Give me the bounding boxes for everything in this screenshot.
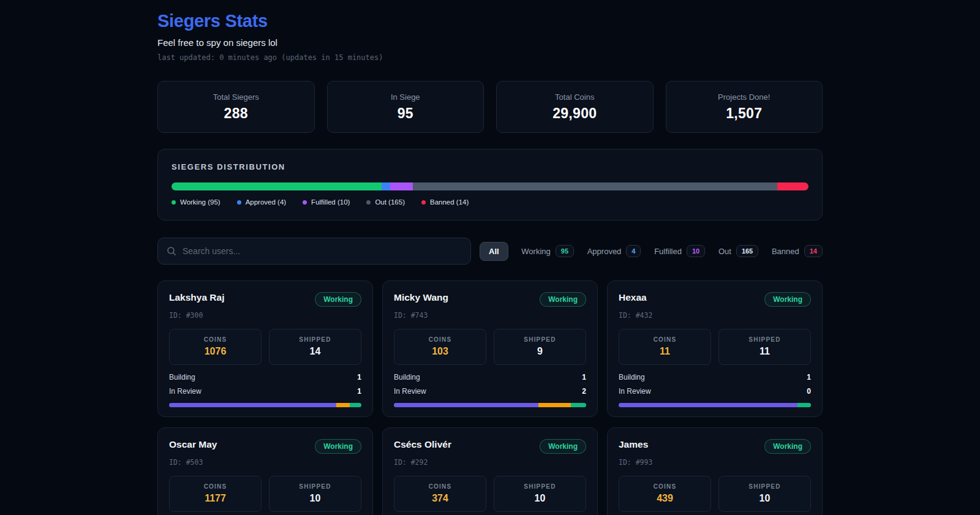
stat-label: Projects Done! — [718, 92, 770, 102]
shipped-value: 10 — [724, 493, 805, 504]
shipped-value: 9 — [499, 346, 581, 357]
building-label: Building — [619, 373, 645, 382]
shipped-box: SHIPPED 9 — [494, 329, 586, 365]
filter-row: All Working 95 Approved 4 Fulfilled 10 O… — [157, 238, 823, 265]
coins-box: COINS 1177 — [169, 476, 262, 512]
stat-card-total-coins: Total Coins 29,900 — [496, 81, 654, 133]
coins-box: COINS 374 — [394, 476, 486, 512]
user-id: ID: #743 — [394, 311, 586, 320]
tab-banned[interactable]: Banned 14 — [772, 245, 823, 257]
coins-label: COINS — [399, 483, 481, 490]
tab-count: 165 — [736, 245, 758, 257]
shipped-label: SHIPPED — [724, 336, 805, 343]
tab-count: 14 — [804, 245, 823, 257]
user-id: ID: #292 — [394, 458, 586, 467]
tab-approved[interactable]: Approved 4 — [587, 245, 641, 257]
building-value: 1 — [357, 373, 361, 382]
building-row: Building 1 — [619, 373, 811, 382]
user-card: Oscar May Working ID: #503 COINS 1177 SH… — [157, 427, 373, 515]
legend-dot — [421, 200, 426, 205]
stat-value: 95 — [398, 105, 413, 122]
coins-value: 439 — [624, 493, 706, 504]
stat-label: In Siege — [391, 92, 420, 102]
user-name: Micky Wang — [394, 292, 448, 303]
tab-working[interactable]: Working 95 — [521, 245, 574, 257]
stat-card-in-siege: In Siege 95 — [327, 81, 484, 133]
stats-row: Total Siegers 288 In Siege 95 Total Coin… — [157, 81, 823, 133]
legend-label: Out (165) — [375, 198, 405, 206]
stat-card-projects-done: Projects Done! 1,507 — [666, 81, 823, 133]
shipped-label: SHIPPED — [724, 483, 805, 490]
user-name: Csécs Olivér — [394, 439, 451, 450]
coins-label: COINS — [624, 336, 706, 343]
review-label: In Review — [619, 387, 651, 396]
building-label: Building — [169, 373, 195, 382]
status-badge: Working — [315, 292, 361, 307]
filter-tabs: All Working 95 Approved 4 Fulfilled 10 O… — [480, 242, 823, 261]
legend-item-working: Working (95) — [172, 198, 221, 206]
user-progress-bar — [394, 403, 586, 407]
shipped-box: SHIPPED 10 — [718, 476, 811, 512]
coins-label: COINS — [399, 336, 481, 343]
tab-count: 95 — [556, 245, 574, 257]
coins-label: COINS — [624, 483, 706, 490]
tab-label: Banned — [772, 247, 799, 256]
review-value: 0 — [807, 387, 811, 396]
review-label: In Review — [169, 387, 202, 396]
user-id: ID: #993 — [619, 458, 811, 467]
legend-item-approved: Approved (4) — [237, 198, 286, 206]
tab-all[interactable]: All — [480, 242, 508, 261]
coins-label: COINS — [175, 336, 256, 343]
shipped-label: SHIPPED — [274, 483, 356, 490]
tab-label: Fulfilled — [654, 247, 682, 256]
user-card: James Working ID: #993 COINS 439 SHIPPED… — [607, 427, 823, 515]
user-name: Oscar May — [169, 439, 217, 450]
search-box[interactable] — [157, 238, 471, 265]
building-value: 1 — [807, 373, 811, 382]
coins-value: 374 — [399, 493, 481, 504]
stat-label: Total Siegers — [213, 92, 259, 102]
status-badge: Working — [764, 292, 811, 307]
building-value: 1 — [582, 373, 586, 382]
coins-value: 1177 — [175, 493, 256, 504]
page-title: Siegers Stats — [157, 11, 823, 31]
shipped-box: SHIPPED 11 — [718, 329, 811, 365]
page-subtitle: Feel free to spy on siegers lol — [157, 37, 823, 48]
main-container: Siegers Stats Feel free to spy on sieger… — [157, 0, 823, 515]
stat-value: 288 — [224, 105, 248, 122]
review-row: In Review 1 — [169, 387, 361, 396]
user-card: Micky Wang Working ID: #743 COINS 103 SH… — [382, 280, 598, 417]
review-value: 1 — [357, 387, 361, 396]
user-id: ID: #503 — [169, 458, 361, 467]
user-name: Lakshya Raj — [169, 292, 224, 303]
distribution-title: SIEGERS DISTRIBUTION — [172, 162, 809, 171]
legend-label: Banned (14) — [430, 198, 469, 206]
status-badge: Working — [764, 439, 811, 454]
legend-dot — [366, 200, 371, 205]
legend-label: Working (95) — [180, 198, 221, 206]
user-card: Csécs Olivér Working ID: #292 COINS 374 … — [382, 427, 598, 515]
coins-value: 11 — [624, 346, 706, 357]
tab-count: 4 — [626, 245, 641, 257]
building-label: Building — [394, 373, 420, 382]
search-icon — [167, 246, 176, 256]
coins-box: COINS 103 — [394, 329, 486, 365]
tab-fulfilled[interactable]: Fulfilled 10 — [654, 245, 705, 257]
tab-label: Out — [718, 247, 731, 256]
status-badge: Working — [540, 439, 586, 454]
tab-count: 10 — [687, 245, 705, 257]
tab-label: Approved — [587, 247, 622, 256]
legend-item-banned: Banned (14) — [421, 198, 469, 206]
distribution-panel: SIEGERS DISTRIBUTION Working (95) Approv… — [157, 149, 823, 220]
tab-out[interactable]: Out 165 — [718, 245, 758, 257]
distribution-bar — [172, 182, 809, 190]
status-badge: Working — [540, 292, 586, 307]
legend-label: Fulfilled (10) — [311, 198, 350, 206]
shipped-box: SHIPPED 10 — [269, 476, 361, 512]
search-input[interactable] — [183, 246, 462, 256]
shipped-value: 10 — [499, 493, 581, 504]
last-updated-text: last updated: 0 minutes ago (updates in … — [157, 53, 823, 62]
stat-value: 1,507 — [726, 105, 762, 122]
user-progress-bar — [169, 403, 361, 407]
legend-dot — [172, 200, 176, 205]
